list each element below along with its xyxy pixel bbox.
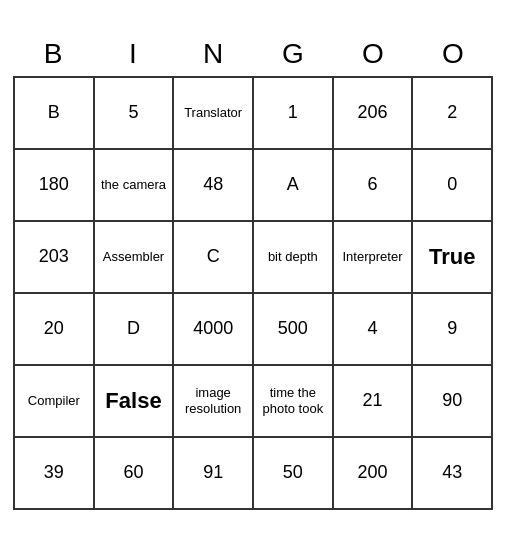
- cell-r2-c0: 203: [15, 222, 95, 294]
- cell-r4-c3: time the photo took: [254, 366, 334, 438]
- cell-r0-c5: 2: [413, 78, 493, 150]
- cell-r1-c2: 48: [174, 150, 254, 222]
- cell-r4-c0: Compiler: [15, 366, 95, 438]
- cell-r3-c4: 4: [334, 294, 414, 366]
- cell-r2-c2: C: [174, 222, 254, 294]
- cell-r0-c4: 206: [334, 78, 414, 150]
- header-col-3: G: [253, 34, 333, 76]
- cell-r2-c3: bit depth: [254, 222, 334, 294]
- cell-r0-c1: 5: [95, 78, 175, 150]
- cell-r1-c3: A: [254, 150, 334, 222]
- cell-r2-c4: Interpreter: [334, 222, 414, 294]
- cell-r4-c4: 21: [334, 366, 414, 438]
- cell-r5-c3: 50: [254, 438, 334, 510]
- header-col-5: O: [413, 34, 493, 76]
- header-col-0: B: [13, 34, 93, 76]
- cell-r3-c3: 500: [254, 294, 334, 366]
- cell-r4-c2: image resolution: [174, 366, 254, 438]
- cell-r1-c5: 0: [413, 150, 493, 222]
- header-col-2: N: [173, 34, 253, 76]
- bingo-card: BINGOO B5Translator12062180the camera48A…: [13, 34, 493, 510]
- bingo-header: BINGOO: [13, 34, 493, 76]
- cell-r1-c4: 6: [334, 150, 414, 222]
- cell-r5-c5: 43: [413, 438, 493, 510]
- header-col-1: I: [93, 34, 173, 76]
- cell-r5-c1: 60: [95, 438, 175, 510]
- cell-r5-c2: 91: [174, 438, 254, 510]
- cell-r0-c0: B: [15, 78, 95, 150]
- cell-r0-c3: 1: [254, 78, 334, 150]
- cell-r0-c2: Translator: [174, 78, 254, 150]
- cell-r5-c4: 200: [334, 438, 414, 510]
- cell-r4-c1: False: [95, 366, 175, 438]
- bingo-grid: B5Translator12062180the camera48A60203As…: [13, 76, 493, 510]
- cell-r2-c1: Assembler: [95, 222, 175, 294]
- cell-r5-c0: 39: [15, 438, 95, 510]
- cell-r2-c5: True: [413, 222, 493, 294]
- cell-r3-c2: 4000: [174, 294, 254, 366]
- header-col-4: O: [333, 34, 413, 76]
- cell-r1-c1: the camera: [95, 150, 175, 222]
- cell-r4-c5: 90: [413, 366, 493, 438]
- cell-r3-c5: 9: [413, 294, 493, 366]
- cell-r1-c0: 180: [15, 150, 95, 222]
- cell-r3-c0: 20: [15, 294, 95, 366]
- cell-r3-c1: D: [95, 294, 175, 366]
